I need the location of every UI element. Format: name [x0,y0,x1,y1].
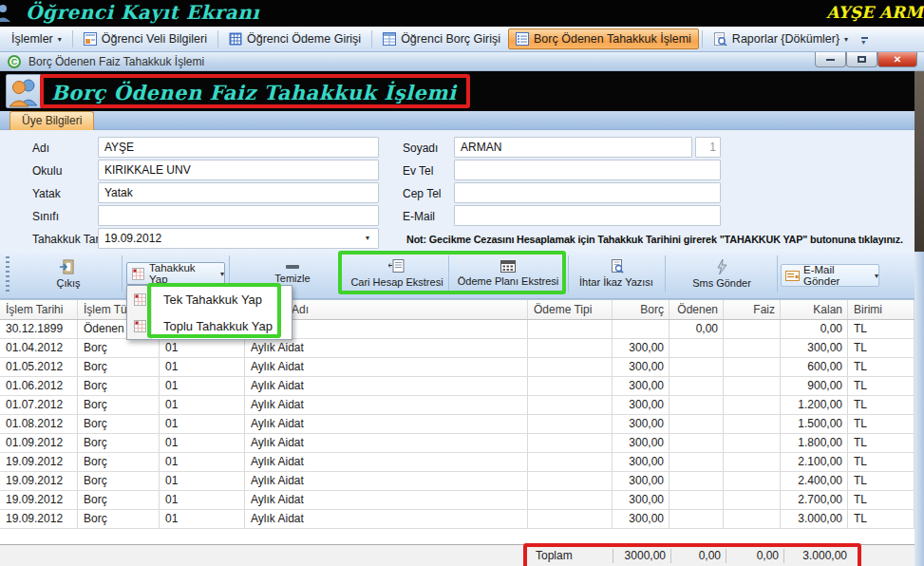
okulu-field[interactable]: KIRIKKALE UNV [98,160,379,180]
table-row[interactable]: 01.05.2012Borç01Aylık Aidat300,00600,00T… [0,358,915,377]
toplam-borc: 3000,00 [613,545,670,566]
window-title-bar: C Borç Ödenen Faiz Tahakkuk İşlemi ✕ [0,52,924,71]
column-header[interactable]: İşlem Tarihi [0,300,78,319]
table-row[interactable]: 01.09.2012Borç01Aylık Aidat300,001.800,0… [0,434,915,453]
soyadi-field[interactable]: ARMAN [454,137,692,158]
table-cell: TL [848,472,915,490]
button-label: Tahakkuk Yap [149,262,216,285]
table-cell: 300,00 [613,339,669,357]
table-cell: 300,00 [781,339,848,357]
tahakkuk-tarihi-combo[interactable]: 19.09.2012 [98,228,379,249]
menubar: İşlemler ▾ Öğrenci Veli Bilgileri Öğrenc… [0,27,924,52]
table-row[interactable]: 01.04.2012Borç01Aylık Aidat300,00300,00T… [0,339,915,358]
table-cell: Borç [78,453,160,471]
table-cell [724,358,781,376]
sinifi-field[interactable] [98,205,379,226]
column-header[interactable]: Faiz [724,300,781,319]
table-cell: 1.200,00 [781,396,848,414]
table-row[interactable]: 19.09.2012Borç01Aylık Aidat300,002.400,0… [0,472,915,491]
table-cell: 01.05.2012 [0,358,78,376]
table-row[interactable]: 01.06.2012Borç01Aylık Aidat300,00900,00T… [0,377,915,396]
table-cell: Aylık Aidat [245,358,528,376]
menu-borc-odenen-tahakkuk-islemi[interactable]: Borç Ödenen Tahakkuk İşlemi [508,28,699,49]
menu-ogrenci-borc-girisi[interactable]: Öğrenci Borç Girişi [375,28,508,49]
cari-hesap-ekstresi-button[interactable]: Cari Hesap Ekstresi [348,252,446,295]
table-row[interactable]: 19.09.2012Borç01Aylık Aidat300,002.100,0… [0,453,915,472]
table-cell [669,415,724,433]
table-cell: 01.07.2012 [0,396,78,414]
maximize-button[interactable] [846,52,877,67]
table-row[interactable]: 19.09.2012Borç01Aylık Aidat300,003.000,0… [0,510,915,529]
toplam-label: Toplam [528,545,613,566]
note-text: Not: Gecikme Cezasını Hesaplamak için Ta… [406,234,915,245]
table-cell [528,415,613,433]
tahakkuk-yap-button[interactable]: Tahakkuk Yap ▾ [126,262,225,285]
menu-label: Öğrenci Ödeme Girişi [247,32,361,46]
close-button[interactable]: ✕ [877,52,917,67]
menu-label: Raporlar {Dökümler} [732,32,839,46]
email-gonder-button[interactable]: E-Mail Gönder ▾ [781,264,879,287]
table-cell: 300,00 [613,396,669,414]
table-row[interactable]: 19.09.2012Borç01Aylık Aidat300,002.700,0… [0,491,915,510]
menubar-overflow-button[interactable]: ▾ [861,33,868,45]
cep-tel-field[interactable] [454,182,721,203]
table-cell [669,358,724,376]
table-cell: 300,00 [613,453,669,471]
menu-raporlar[interactable]: Raporlar {Dökümler} ▾ [706,28,856,50]
soyadi-index-field[interactable]: 1 [695,137,721,158]
menu-separator [217,30,218,47]
menu-item-toplu-tahakkuk-yap[interactable]: Toplu Tahakkuk Yap [127,312,292,339]
minus-icon [285,264,300,270]
table-cell: Aylık Aidat [245,453,528,471]
grid-red-icon [132,268,144,280]
table-cell [724,491,781,509]
menu-separator [72,30,73,47]
table-body: 30.12.1899Ödenen0,000,00TL01.04.2012Borç… [0,320,915,529]
table-cell: 01.06.2012 [0,377,78,395]
chevron-down-icon[interactable]: ▾ [366,234,369,242]
ihtar-ikaz-yazisi-button[interactable]: İhtar İkaz Yazısı [572,252,661,295]
yatak-field[interactable]: Yatak [98,182,379,203]
column-header[interactable]: Ödenen [669,300,724,319]
column-header[interactable]: Birimi [848,300,915,319]
email-field[interactable] [454,205,721,226]
sms-gonder-button[interactable]: Sms Gönder [670,252,773,295]
table-cell: 01.04.2012 [0,339,78,357]
table-row[interactable]: 01.08.2012Borç01Aylık Aidat300,001.500,0… [0,415,915,434]
cikis-button[interactable]: Çıkış [17,252,120,295]
ev-tel-field[interactable] [454,160,721,180]
adi-field[interactable]: AYŞE [98,137,379,158]
menu-label: Öğrenci Veli Bilgileri [102,32,207,46]
toolbar-separator [777,255,778,292]
menu-islemler[interactable]: İşlemler ▾ [4,28,69,49]
minimize-button[interactable] [815,52,846,67]
table-cell: 900,00 [781,377,848,395]
column-header[interactable]: Borç [613,300,669,319]
document-search-icon [610,259,624,274]
table-cell: 2.100,00 [781,453,848,471]
menu-item-tek-tahakkuk-yap[interactable]: Tek Tahakkuk Yap [127,286,292,312]
toolbar-separator [122,255,123,292]
table-cell: TL [848,396,915,414]
odeme-plani-ekstresi-button[interactable]: Ödeme Planı Ekstresi [452,252,564,295]
table-cell [528,491,613,509]
app-title: Öğrenci Kayıt Ekranı [26,1,259,24]
column-header[interactable]: Kalan [781,300,848,319]
menu-ogrenci-odeme-girisi[interactable]: Öğrenci Ödeme Girişi [221,28,368,49]
lightning-icon [716,259,728,274]
table-cell [528,358,613,376]
column-header[interactable]: Ödeme Tipi [528,300,613,319]
table-row[interactable]: 01.07.2012Borç01Aylık Aidat300,001.200,0… [0,396,915,415]
button-label: Ödeme Planı Ekstresi [458,275,558,287]
tab-uye-bilgileri[interactable]: Üye Bilgileri [9,111,94,130]
table-cell: Aylık Aidat [245,377,528,395]
window-title: Borç Ödenen Faiz Tahakkuk İşlemi [28,55,204,68]
menu-ogrenci-veli-bilgileri[interactable]: Öğrenci Veli Bilgileri [76,28,215,49]
table-cell: Borç [78,396,160,414]
form-icon [84,32,97,46]
report-search-icon [713,32,727,47]
toolbar-drag-handle-icon[interactable] [6,256,9,292]
members-icon[interactable] [6,74,42,108]
ev-tel-label: Ev Tel [403,164,433,178]
table-cell: Borç [78,510,160,528]
